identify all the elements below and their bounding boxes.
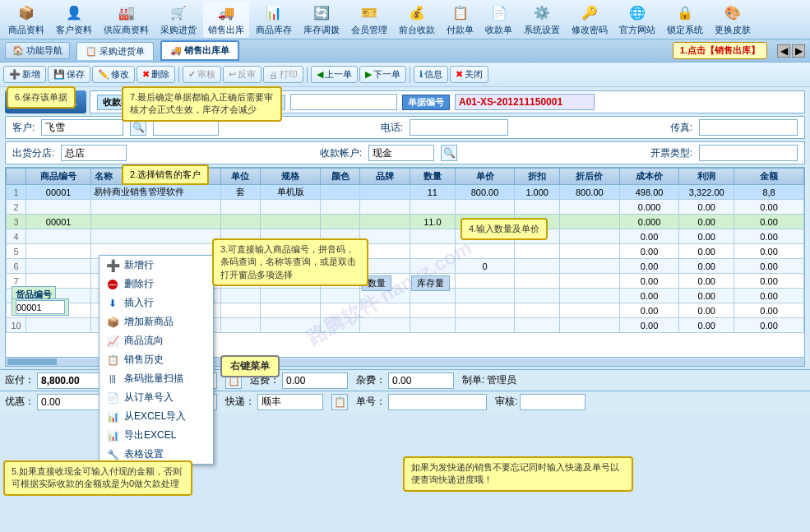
cell-profit: 0.00 (679, 215, 734, 229)
account-search-btn[interactable]: 🔍 (441, 145, 457, 161)
cell-color (320, 303, 360, 318)
menu-collect[interactable]: 📄 收款单 (480, 2, 517, 38)
cell-name (91, 200, 221, 215)
menu-password[interactable]: 🔑 修改密码 (567, 2, 613, 38)
nav-function[interactable]: 🏠 功能导航 (5, 42, 70, 59)
cell-amount: 0.00 (734, 289, 804, 303)
menu-member[interactable]: 🎫 会员管理 (346, 2, 392, 38)
next-tab-btn[interactable]: ▶ (792, 44, 805, 58)
menu-supplier[interactable]: 🏭 供应商资料 (99, 2, 154, 38)
cm-flow[interactable]: 📈 商品流向 (100, 331, 213, 350)
prev-button[interactable]: ◀ 上一单 (311, 66, 358, 83)
th-color: 颜色 (320, 169, 360, 185)
fax-input[interactable] (699, 119, 798, 136)
misc-input[interactable] (388, 372, 454, 389)
save-button[interactable]: 💾 保存 (48, 66, 90, 83)
cm-del-row[interactable]: — 删除行 (100, 275, 213, 294)
add-button[interactable]: ➕ 新增 (3, 66, 46, 83)
reverse-button[interactable]: ↩ 反审 (223, 66, 262, 83)
cm-insert-row[interactable]: ⬇ 插入行 (100, 294, 213, 312)
cell-qty (410, 259, 456, 274)
audit-input[interactable] (520, 394, 586, 410)
cell-profit: 0.00 (679, 303, 734, 318)
cell-rownum: 10 (7, 318, 26, 333)
cm-add-goods[interactable]: 📦 增加新商品 (100, 312, 213, 331)
table-row[interactable]: 4 0.00 0.00 0.00 (7, 229, 804, 244)
customer-extra-input[interactable] (153, 119, 219, 136)
customer-input[interactable] (41, 119, 123, 136)
menu-settings[interactable]: ⚙️ 系统设置 (519, 2, 565, 38)
th-rownum (7, 169, 26, 185)
menu-frontcash[interactable]: 💰 前台收款 (394, 2, 440, 38)
invoice-input[interactable] (699, 145, 798, 161)
purchase-icon: 🛒 (169, 3, 188, 23)
menu-website[interactable]: 🌐 官方网站 (614, 2, 660, 38)
menu-purchase[interactable]: 🛒 采购进货 (155, 2, 201, 38)
orderno-input[interactable] (388, 394, 487, 410)
website-icon: 🌐 (627, 3, 647, 23)
menu-adjust[interactable]: 🔄 库存调拨 (299, 2, 345, 38)
custom-num-input[interactable] (290, 94, 397, 110)
menu-goods-label: 商品资料 (8, 24, 44, 36)
th-qty: 数量 (410, 169, 456, 185)
frontcash-icon: 💰 (407, 3, 427, 23)
close-button[interactable]: ✖ 关闭 (450, 66, 488, 83)
menu-receipt[interactable]: 📋 付款单 (442, 2, 479, 38)
cell-code: 00001 (26, 185, 91, 200)
adjust-icon: 🔄 (312, 3, 331, 23)
express-field: 快递： (225, 394, 323, 410)
menu-skin[interactable]: 🎨 更换皮肤 (710, 2, 756, 38)
cell-price: 800.00 (455, 185, 515, 200)
th-discprice: 折后价 (559, 169, 619, 185)
cm-export-excel[interactable]: 📊 导出EXCEL (100, 426, 213, 445)
cm-import-order[interactable]: 📄 从订单号入 (100, 388, 213, 407)
branch-input[interactable] (61, 145, 127, 161)
cm-sales-history[interactable]: 📋 销售历史 (100, 350, 213, 369)
cell-disc: 1.000 (515, 185, 560, 200)
customer-search-btn[interactable]: 🔍 (130, 119, 146, 136)
menu-lock[interactable]: 🔒 锁定系统 (662, 2, 708, 38)
callout-step4-text: 4.输入数量及单价 (469, 224, 539, 234)
order-num-input[interactable] (455, 94, 595, 110)
menu-sales[interactable]: 🚚 销售出库 (203, 2, 249, 38)
phone-input[interactable] (410, 119, 508, 136)
cm-import-excel[interactable]: 📊 从EXCEL导入 (100, 407, 213, 426)
next-button[interactable]: ▶ 下一单 (359, 66, 406, 83)
delete-button[interactable]: ✖ 删除 (137, 66, 175, 83)
freight-input[interactable] (282, 372, 348, 389)
cell-disc (515, 244, 560, 259)
context-menu: ➕ 新增行 — 删除行 ⬇ 插入行 📦 增加新商品 📈 商品流向 📋 销售历史 … (99, 255, 214, 465)
table-row[interactable]: 2 0.000 0.00 0.00 (7, 200, 804, 215)
inline-code-input[interactable] (16, 300, 65, 314)
prev-tab-btn[interactable]: ◀ (777, 44, 790, 58)
audit-button[interactable]: ✔ 审核 (183, 66, 221, 83)
cell-name (91, 229, 221, 244)
menu-goods[interactable]: 📦 商品资料 (3, 2, 49, 38)
print-button[interactable]: 🖨 打印 (263, 66, 303, 83)
express-btn[interactable]: 📋 (331, 394, 348, 410)
cm-barcode[interactable]: ||| 条码批量扫描 (100, 369, 213, 388)
express-search-icon: 📋 (334, 396, 346, 408)
cm-del-row-label: 删除行 (124, 277, 154, 291)
cm-table-settings-icon: 🔧 (106, 448, 119, 461)
menu-customer[interactable]: 👤 客户资料 (51, 2, 97, 38)
cell-unit (220, 318, 261, 333)
table-row[interactable]: 3 00001 11.0 0.000 0.00 0.00 (7, 215, 804, 229)
cell-discprice (559, 289, 619, 303)
payable-field: 应付： (5, 372, 111, 389)
cell-cost: 0.00 (619, 274, 679, 289)
menu-inventory[interactable]: 📊 商品库存 (251, 2, 297, 38)
tab-purchase[interactable]: 📋 采购进货单 (76, 42, 154, 60)
express-input[interactable] (257, 394, 323, 410)
tab-sales[interactable]: 🚚 销售出库单 (160, 40, 239, 61)
edit-button[interactable]: ✏️ 修改 (92, 66, 135, 83)
cell-amount: 0.00 (734, 303, 804, 318)
th-code: 商品编号 (26, 169, 91, 185)
info-button[interactable]: ℹ 信息 (414, 66, 448, 83)
cell-rownum: 1 (7, 185, 26, 200)
table-row[interactable]: 1 00001 易特商业销售管理软件 套 单机版 11 800.00 1.000… (7, 185, 804, 200)
account-input[interactable] (368, 145, 434, 161)
invoice-label: 开票类型: (650, 146, 692, 160)
cm-add-row[interactable]: ➕ 新增行 (100, 256, 213, 275)
collect-icon: 📄 (489, 3, 509, 23)
